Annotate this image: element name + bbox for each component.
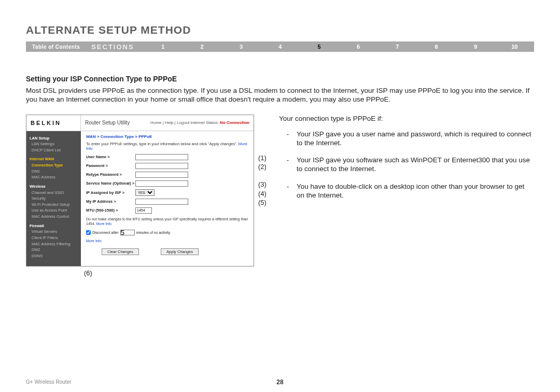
sidebar-connection-type: Connection Type: [30, 162, 78, 169]
more-info-link-3: More Info: [86, 239, 102, 243]
internet-status: No Connection: [220, 120, 249, 125]
pppoe-lead: Your connection type is PPPoE if:: [279, 115, 534, 122]
input-myip[interactable]: [135, 199, 188, 205]
annotation-5: (5): [258, 199, 267, 206]
disconnect-minutes[interactable]: [120, 230, 135, 235]
label-mtu: MTU (500-1500) >: [86, 208, 135, 213]
sections-label: SECTIONS: [86, 43, 143, 51]
bullet-3: You have to double-click on a desktop ic…: [297, 182, 534, 200]
bullet-dash: -: [279, 156, 297, 174]
sidebar-wireless: Wireless: [30, 184, 78, 190]
section-1[interactable]: 1: [144, 44, 183, 50]
sidebar-lan-setup: LAN Setup: [30, 135, 78, 142]
section-9[interactable]: 9: [456, 44, 495, 50]
annotation-6: (6): [84, 269, 92, 277]
sidebar-dmz: DMZ: [30, 247, 78, 253]
page-title: ALTERNATE SETUP METHOD: [26, 24, 534, 36]
label-myip: My IP Address >: [86, 199, 135, 204]
annotation-1: (1): [258, 154, 267, 162]
section-8[interactable]: 8: [417, 44, 456, 50]
bullet-2: Your ISP gave you software such as WinPO…: [297, 156, 534, 174]
label-retype: Retype Password >: [86, 172, 135, 177]
input-password[interactable]: [135, 163, 188, 169]
sidebar-internet-wan: Internet WAN: [30, 156, 78, 162]
disconnect-post: minutes of no activity.: [136, 231, 171, 234]
apply-changes-button[interactable]: Apply Changes: [161, 248, 199, 255]
clear-changes-button[interactable]: Clear Changes: [102, 248, 139, 255]
label-username: User Name >: [86, 155, 135, 159]
annotation-4: (4): [258, 190, 267, 198]
section-10[interactable]: 10: [495, 44, 534, 50]
section-5[interactable]: 5: [300, 44, 339, 50]
annotation-3: (3): [258, 180, 267, 188]
sidebar-channel-ssid: Channel and SSID: [30, 190, 78, 196]
sidebar-virtual-servers: Virtual Servers: [30, 229, 78, 235]
instr-text: To enter your PPPoE settings, type in yo…: [86, 142, 237, 146]
section-3[interactable]: 3: [221, 44, 260, 50]
footer-product: G+ Wireless Router: [26, 379, 72, 385]
sidebar-client-ip: Client IP Filters: [30, 235, 78, 241]
sidebar-mac-filter: MAC Address Filtering: [30, 241, 78, 247]
sidebar-dns: DNS: [30, 169, 78, 175]
input-service[interactable]: [135, 180, 188, 187]
bullet-1: Your ISP gave you a user name and passwo…: [297, 130, 534, 148]
bullet-dash: -: [279, 182, 297, 200]
section-subheading: Setting your ISP Connection Type to PPPo…: [26, 75, 534, 83]
intro-paragraph: Most DSL providers use PPPoE as the conn…: [26, 86, 534, 104]
sidebar-dhcp: DHCP Client List: [30, 147, 78, 153]
section-2[interactable]: 2: [183, 44, 221, 50]
more-info-link-2: More Info: [96, 222, 111, 226]
annotation-2: (2): [258, 163, 267, 171]
utility-title: Router Setup Utility: [85, 120, 130, 125]
section-navbar: Table of Contents SECTIONS 1 2 3 4 5 6 7…: [26, 41, 534, 52]
top-links: Home | Help | Logout Internet Status: No…: [150, 120, 249, 125]
label-service: Service Name (Optional) >: [86, 181, 135, 186]
sidebar-wps: Wi-Fi Protected Setup: [30, 202, 78, 208]
sidebar-firewall: Firewall: [30, 223, 78, 229]
label-ipassigned: IP Assigned by ISP >: [86, 190, 135, 195]
toc-link[interactable]: Table of Contents: [26, 44, 86, 50]
sidebar-security: Security: [30, 195, 78, 202]
disconnect-checkbox[interactable]: [86, 230, 91, 235]
sidebar-mac-control: MAC Address Control: [30, 214, 78, 220]
mtu-note: Do not make changes to the MTU setting u…: [86, 217, 248, 226]
router-breadcrumb: WAN > Connection Type > PPPoE: [86, 134, 248, 139]
input-mtu[interactable]: [135, 207, 152, 214]
sidebar-ddns: DDNS: [30, 253, 78, 259]
belkin-logo: BELKIN: [26, 115, 81, 131]
disconnect-pre: Disconnect after: [92, 231, 119, 234]
sidebar-lan-settings: LAN Settings: [30, 141, 78, 147]
page-number: 28: [276, 379, 283, 386]
select-ipassigned[interactable]: YES: [135, 189, 155, 196]
sidebar-mac: MAC Address: [30, 174, 78, 180]
bullet-dash: -: [279, 130, 297, 148]
top-links-text: Home | Help | Logout Internet Status:: [150, 120, 219, 125]
section-6[interactable]: 6: [339, 44, 377, 50]
router-sidebar: LAN Setup LAN Settings DHCP Client List …: [26, 131, 81, 266]
section-4[interactable]: 4: [261, 44, 300, 50]
label-password: Password >: [86, 163, 135, 168]
input-username[interactable]: [135, 154, 188, 160]
section-7[interactable]: 7: [378, 44, 417, 50]
sidebar-ap: Use as Access Point: [30, 207, 78, 214]
router-screenshot: BELKIN Router Setup Utility Home | Help …: [26, 115, 254, 267]
router-main-panel: WAN > Connection Type > PPPoE To enter y…: [81, 131, 254, 266]
router-instructions: To enter your PPPoE settings, type in yo…: [86, 142, 248, 151]
input-retype[interactable]: [135, 172, 188, 178]
